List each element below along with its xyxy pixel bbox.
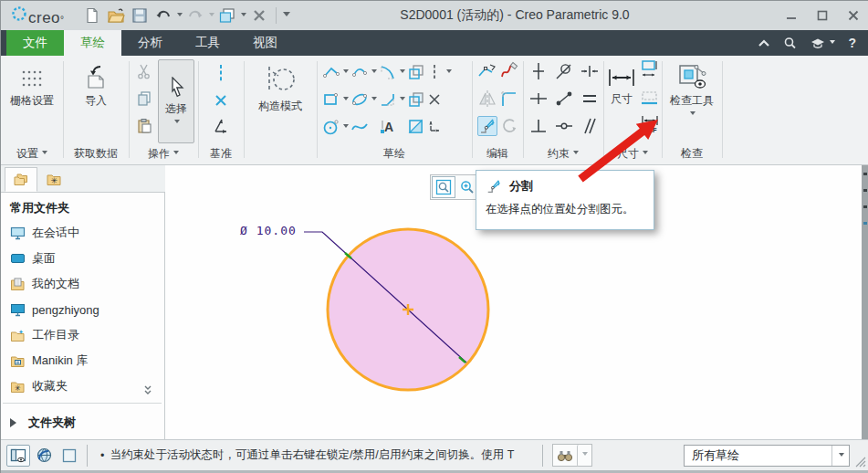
web-browser-button[interactable] [32,445,56,467]
right-panel-strip[interactable] [862,165,868,439]
redo-button[interactable] [184,5,206,26]
midpoint-constraint-button[interactable] [580,61,600,81]
sketch-more-dropdown-arrow[interactable] [444,69,454,76]
coincident-constraint-button[interactable] [554,89,574,109]
favorites-tab[interactable]: ✳ [37,167,70,192]
rectangle-dropdown-arrow[interactable] [340,97,350,103]
import-button[interactable]: 导入 [67,65,125,109]
customize-toolbar-arrow[interactable] [283,12,290,19]
find-dropdown-button[interactable] [577,445,591,467]
construction-mode-button[interactable]: 构造模式 [247,63,313,114]
minimize-button[interactable] [776,3,807,28]
model-tree-button[interactable] [58,445,81,467]
undo-dropdown-arrow[interactable] [177,13,183,19]
point-button[interactable] [211,90,231,110]
filter-combobox[interactable]: 所有草绘 [684,445,850,467]
tangent-constraint-button[interactable] [554,61,574,81]
rotate-resize-button[interactable] [499,116,519,136]
windows-dropdown-arrow[interactable] [241,13,246,19]
horizontal-constraint-button[interactable] [528,89,549,109]
sidebar-item-computer[interactable]: pengzhiyong [1,297,164,322]
select-button[interactable]: 选择 [158,59,194,143]
line-dropdown-arrow[interactable] [340,69,350,76]
undo-button[interactable] [152,5,174,26]
tab-analysis[interactable]: 分析 [121,30,179,56]
centerline2-button[interactable] [425,63,444,81]
group-label-dimension[interactable]: 尺寸 [603,146,662,162]
symmetric-constraint-button[interactable] [554,116,574,136]
collapse-list-button[interactable] [142,384,153,395]
sidebar-item-desktop[interactable]: 桌面 [1,246,164,271]
folder-tree-toggle[interactable]: 文件夹树 [1,410,164,436]
learning-center-button[interactable] [810,37,835,49]
arc-button[interactable] [350,63,369,81]
modify-button[interactable] [477,61,497,81]
circle-button[interactable] [322,118,340,136]
group-label-constrain[interactable]: 约束 [523,146,603,162]
sidebar-item-my-documents[interactable]: 我的文档 [1,271,164,297]
coordinate-system-button[interactable] [211,116,231,136]
chamfer-dropdown-arrow[interactable] [397,97,407,103]
copy-button[interactable] [134,89,154,109]
inspect-tools-button[interactable]: 检查工具 [666,61,717,118]
save-button[interactable] [129,5,151,26]
tab-view[interactable]: 视图 [236,30,294,56]
collapse-ribbon-button[interactable] [758,38,770,47]
grid-settings-button[interactable]: 栅格设置 [3,67,61,109]
resize-grip[interactable] [855,457,866,468]
tab-tools[interactable]: 工具 [179,30,236,56]
reference-dimension-button[interactable]: REF [640,114,660,134]
elliptical-fillet-button[interactable] [379,63,397,81]
text-button[interactable]: A [379,118,397,136]
filter-dropdown-button[interactable] [831,446,849,466]
divide-button[interactable] [477,116,497,136]
toggle-navigator-button[interactable] [6,445,30,467]
coordinate-system2-button[interactable] [425,118,444,136]
paste-button[interactable] [134,116,154,136]
sketch-canvas[interactable]: Ø 10.00 [165,165,862,439]
open-file-button[interactable] [105,5,127,26]
group-label-settings[interactable]: 设置 [1,146,63,162]
circle-dropdown-arrow[interactable] [340,124,350,131]
sidebar-item-in-session[interactable]: 在会话中 [1,220,164,246]
close-window-button[interactable] [248,5,270,26]
folder-browser-tab[interactable] [5,167,37,192]
ellipse-button[interactable] [350,90,369,109]
ellipse-dropdown-arrow[interactable] [369,97,379,103]
chamfer-button[interactable] [379,90,397,109]
thicken-button[interactable] [407,90,425,109]
dimension-button[interactable]: 尺寸 [605,67,638,107]
rectangle-button[interactable] [322,90,340,109]
sidebar-item-favorites[interactable]: ✳ 收藏夹 [1,373,164,399]
group-label-operations[interactable]: 操作 [129,146,198,162]
dimension-value[interactable]: Ø 10.00 [240,224,297,237]
tab-file[interactable]: 文件 [6,30,64,56]
baseline-dimension-button[interactable] [640,89,660,109]
point2-button[interactable] [425,91,444,108]
spline-button[interactable] [350,118,369,136]
equal-constraint-button[interactable] [580,89,600,109]
redo-dropdown-arrow[interactable] [209,13,214,19]
find-button[interactable] [553,445,577,467]
arc-dropdown-arrow[interactable] [369,69,379,76]
cut-button[interactable] [134,61,154,81]
tab-sketch[interactable]: 草绘 [64,30,121,56]
perimeter-dimension-button[interactable] [640,59,660,79]
project-button[interactable] [407,118,425,136]
centerline-button[interactable] [211,63,231,83]
help-button[interactable]: ? [848,36,856,50]
vertical-constraint-button[interactable] [528,61,549,81]
regenerate-windows-button[interactable] [216,5,238,26]
close-button[interactable] [838,3,868,28]
command-search-button[interactable] [783,37,797,50]
perpendicular-constraint-button[interactable] [528,116,549,136]
fillet-dropdown-arrow[interactable] [397,69,407,76]
corner-button[interactable] [499,89,519,109]
sidebar-item-working-directory[interactable]: ✦ 工作目录 [1,322,164,348]
sidebar-item-manikin-library[interactable]: Manikin 库 [1,348,164,373]
mirror-button[interactable] [477,89,497,109]
new-file-button[interactable] [81,5,103,26]
delete-segment-button[interactable] [499,61,519,81]
zoom-region-button[interactable] [432,176,455,198]
offset-button[interactable] [407,63,425,81]
